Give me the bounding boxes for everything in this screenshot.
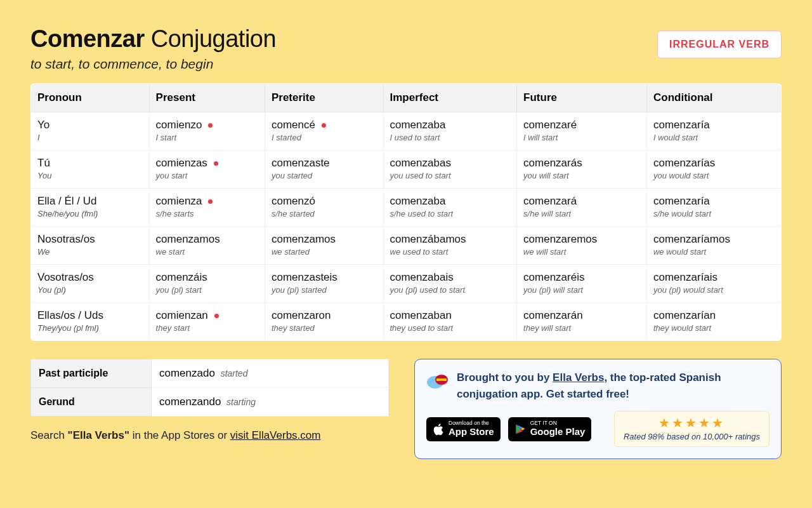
ella-verbs-logo-icon (426, 371, 449, 394)
participle-table: Past participle comenzado started Gerund… (30, 359, 389, 417)
column-header: Present (149, 84, 265, 112)
conjugation-cell: comenzarásyou will start (517, 150, 647, 189)
conjugation-cell: comenzamoswe start (149, 227, 265, 265)
irregular-dot-icon (208, 199, 213, 204)
column-header: Pronoun (31, 84, 150, 112)
promo-box: Brought to you by Ella Verbs, the top-ra… (414, 359, 782, 459)
gerund-label: Gerund (31, 388, 152, 417)
irregular-dot-icon (208, 123, 213, 128)
conjugation-cell: comienzan they start (149, 303, 265, 341)
conjugation-cell: comenzós/he started (265, 189, 383, 227)
verb-translation: to start, to commence, to begin (30, 57, 276, 72)
conjugation-cell: comenzabanthey used to start (383, 303, 517, 341)
conjugation-cell: comienza s/he starts (149, 189, 265, 227)
conjugation-cell: comenzamoswe started (265, 227, 383, 265)
ella-verbs-link[interactable]: Ella Verbs (553, 371, 604, 384)
rating-stars-icon: ★★★★★ (624, 417, 760, 429)
conjugation-cell: comenzabasyou used to start (383, 150, 517, 189)
conjugation-cell: comienzas you start (149, 150, 265, 189)
conjugation-cell: comenzabaI used to start (383, 112, 517, 150)
pronoun-cell: YoI (31, 112, 150, 150)
table-row: YoIcomienzo I startcomencé I startedcome… (31, 112, 782, 150)
column-header: Future (517, 84, 647, 112)
conjugation-cell: comencé I started (265, 112, 383, 150)
conjugation-table: PronounPresentPreteriteImperfectFutureCo… (30, 83, 782, 341)
pronoun-cell: Ellas/os / UdsThey/you (pl fml) (31, 303, 150, 341)
table-row: Nosotras/osWecomenzamoswe startcomenzamo… (31, 227, 782, 265)
rating-text: Rated 98% based on 10,000+ ratings (624, 432, 760, 441)
conjugation-cell: comenzabaisyou (pl) used to start (383, 265, 517, 303)
pronoun-cell: Ella / Él / UdShe/he/you (fml) (31, 189, 150, 227)
irregular-dot-icon (214, 314, 219, 318)
table-row: Ellas/os / UdsThey/you (pl fml)comienzan… (31, 303, 782, 341)
conjugation-cell: comenzaríamoswe would start (646, 227, 781, 265)
conjugation-cell: comenzaremoswe will start (517, 227, 647, 265)
app-store-button[interactable]: Download on theApp Store (426, 417, 501, 441)
irregular-dot-icon (214, 161, 218, 166)
conjugation-cell: comenzaréisyou (pl) will start (517, 265, 647, 303)
conjugation-cell: comenzaronthey started (265, 303, 383, 341)
search-note: Search "Ella Verbs" in the App Stores or… (30, 429, 389, 442)
promo-text: Brought to you by Ella Verbs, the top-ra… (457, 370, 769, 402)
past-participle-label: Past participle (31, 359, 152, 388)
apple-icon (433, 423, 444, 436)
pronoun-cell: TúYou (31, 150, 150, 189)
conjugation-cell: comenzaréI will start (517, 112, 647, 150)
conjugation-cell: comienzo I start (149, 112, 265, 150)
conjugation-cell: comenzasteisyou (pl) started (265, 265, 383, 303)
pronoun-cell: Vosotras/osYou (pl) (31, 265, 150, 303)
conjugation-cell: comenzaránthey will start (517, 303, 647, 341)
irregular-dot-icon (322, 123, 326, 128)
pronoun-cell: Nosotras/osWe (31, 227, 150, 265)
conjugation-cell: comenzáisyou (pl) start (149, 265, 265, 303)
conjugation-cell: comenzaríasyou would start (646, 150, 781, 189)
table-row: TúYoucomienzas you startcomenzasteyou st… (31, 150, 782, 189)
past-participle-value: comenzado started (152, 359, 389, 388)
visit-ellaverbs-link[interactable]: visit EllaVerbs.com (230, 429, 321, 441)
conjugation-cell: comenzarás/he will start (517, 189, 647, 227)
table-row: Vosotras/osYou (pl)comenzáisyou (pl) sta… (31, 265, 782, 303)
gerund-value: comenzando starting (152, 388, 389, 417)
rating-box: ★★★★★ Rated 98% based on 10,000+ ratings (614, 411, 769, 447)
google-play-button[interactable]: GET IT ONGoogle Play (508, 417, 592, 441)
column-header: Conditional (646, 84, 781, 112)
conjugation-cell: comenzasteyou started (265, 150, 383, 189)
column-header: Imperfect (383, 84, 517, 112)
column-header: Preterite (265, 84, 383, 112)
table-row: Ella / Él / UdShe/he/you (fml)comienza s… (31, 189, 782, 227)
conjugation-cell: comenzaríaisyou (pl) would start (646, 265, 781, 303)
conjugation-cell: comenzarías/he would start (646, 189, 781, 227)
conjugation-cell: comenzaríaI would start (646, 112, 781, 150)
page-title: Comenzar Conjugation (30, 25, 276, 53)
conjugation-cell: comenzábamoswe used to start (383, 227, 517, 265)
google-play-icon (514, 424, 526, 435)
conjugation-cell: comenzabas/he used to start (383, 189, 517, 227)
irregular-verb-badge: IRREGULAR VERB (657, 30, 782, 58)
conjugation-cell: comenzaríanthey would start (646, 303, 781, 341)
